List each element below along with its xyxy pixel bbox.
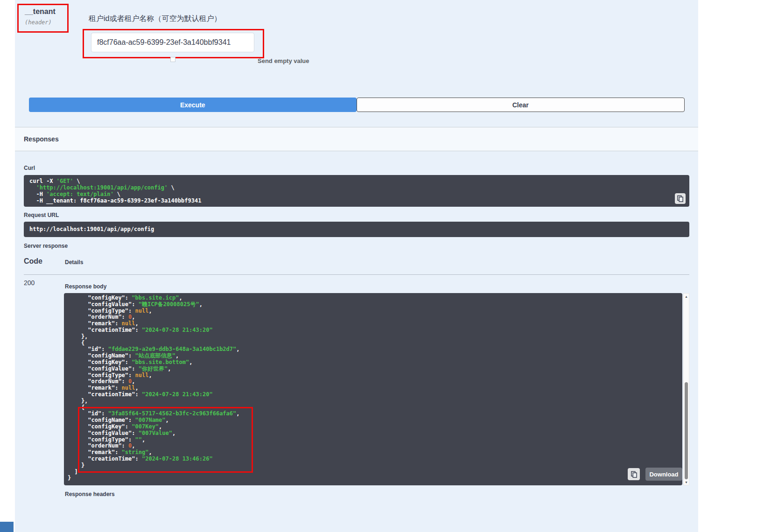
code-line: curl -X 'GET' \: [29, 178, 684, 184]
server-response-label: Server response: [24, 243, 68, 249]
download-button[interactable]: Download: [645, 468, 682, 481]
code-line: "configName": "007Name",: [68, 417, 682, 424]
code-line: {: [68, 405, 682, 411]
annotation-box-parameter: __tenant (header): [17, 4, 69, 33]
code-line: }: [68, 462, 682, 469]
code-line: ]: [68, 469, 682, 476]
code-line: "configType": null,: [68, 372, 682, 379]
parameter-location: (header): [25, 19, 67, 26]
scroll-down-icon[interactable]: ▼: [684, 479, 689, 485]
clipboard-icon: [631, 471, 638, 478]
status-code: 200: [24, 279, 35, 287]
send-empty-checkbox[interactable]: [170, 57, 175, 62]
parameter-description: 租户id或者租户名称（可空为默认租户）: [89, 14, 221, 24]
execute-button[interactable]: Execute: [29, 98, 357, 112]
code-line: "configKey": "007Key",: [68, 424, 682, 430]
table-divider: [24, 274, 689, 275]
code-line: "configValue": "赣ICP备20008025号",: [68, 301, 682, 308]
code-line: "creationTime": "2024-07-28 21:43:20": [68, 392, 682, 398]
code-line: "id": "3fa85f64-5717-4562-b3fc-2c963f66a…: [68, 411, 682, 417]
response-body-block: "configKey": "bbs.site.icp", "configValu…: [64, 293, 682, 485]
code-line: "orderNum": 0,: [68, 378, 682, 385]
responses-title: Responses: [24, 135, 59, 143]
code-line: "configValue": "007Value",: [68, 430, 682, 437]
copy-curl-button[interactable]: [675, 193, 686, 204]
code-line: "configType": "",: [68, 437, 682, 443]
tenant-input[interactable]: [91, 33, 254, 52]
curl-label: Curl: [24, 165, 35, 171]
code-line: "configType": null,: [68, 308, 682, 315]
response-body-code: "configKey": "bbs.site.icp", "configValu…: [68, 295, 682, 482]
copy-response-button[interactable]: [628, 468, 640, 480]
clipboard-icon: [677, 195, 684, 202]
request-url-label: Request URL: [24, 212, 59, 218]
curl-command-block: curl -X 'GET' \ 'http://localhost:19001/…: [24, 175, 689, 207]
scrollbar-thumb[interactable]: [685, 382, 688, 479]
parameter-name: __tenant: [25, 7, 67, 16]
clear-button[interactable]: Clear: [357, 98, 685, 112]
response-headers-label: Response headers: [65, 491, 115, 497]
response-scrollbar: ▲ ▼: [683, 293, 689, 485]
request-url-value: http://localhost:19001/api/app/config: [24, 222, 689, 237]
code-line: },: [68, 334, 682, 340]
code-line: "orderNum": 0,: [68, 314, 682, 321]
details-column-header: Details: [65, 259, 83, 266]
code-line: "remark": "string",: [68, 449, 682, 456]
execute-row: Execute Clear: [29, 98, 685, 112]
next-block-fragment: [0, 522, 14, 532]
code-line: "remark": null,: [68, 321, 682, 327]
code-column-header: Code: [24, 257, 42, 266]
responses-header: Responses: [15, 127, 698, 151]
code-line: "configValue": "你好世界",: [68, 366, 682, 372]
code-line: 'http://localhost:19001/api/app/config' …: [29, 184, 684, 191]
code-line: "orderNum": 0,: [68, 443, 682, 449]
code-line: "creationTime": "2024-07-28 13:46:26": [68, 456, 682, 462]
code-line: -H 'accept: text/plain' \: [29, 191, 684, 197]
code-line: "remark": null,: [68, 385, 682, 392]
response-body-label: Response body: [65, 283, 106, 290]
code-line: -H __tenant: f8cf76aa-ac59-6399-23ef-3a1…: [29, 197, 684, 204]
swagger-operation-panel: __tenant (header) 租户id或者租户名称（可空为默认租户） Se…: [15, 0, 698, 532]
code-line: }: [68, 475, 682, 482]
code-line: "configKey": "bbs.site.icp",: [68, 295, 682, 301]
scroll-up-icon[interactable]: ▲: [684, 294, 689, 299]
curl-code: curl -X 'GET' \ 'http://localhost:19001/…: [29, 178, 684, 204]
code-line: {: [68, 340, 682, 347]
code-line: "creationTime": "2024-07-28 21:43:20": [68, 327, 682, 334]
code-line: "configName": "站点底部信息",: [68, 353, 682, 359]
code-line: "configKey": "bbs.site.bottom",: [68, 359, 682, 366]
send-empty-label: Send empty value: [258, 57, 309, 64]
code-line: },: [68, 398, 682, 405]
code-line: "id": "fddae229-a2e9-ddb3-648a-3a140bc1b…: [68, 346, 682, 353]
